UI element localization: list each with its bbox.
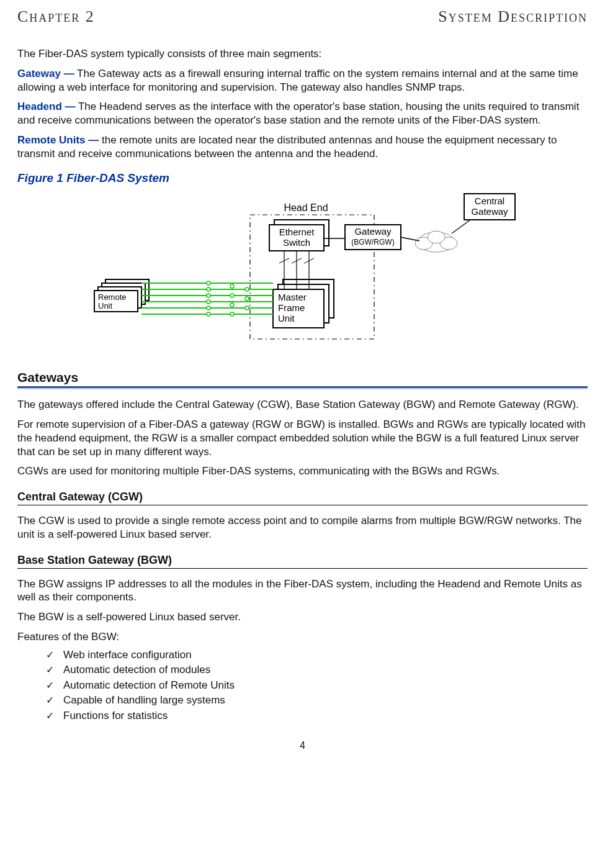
diagram-headend-label: Head End	[284, 202, 328, 213]
bgw-feature-item: Automatic detection of modules	[46, 662, 588, 678]
svg-point-33	[207, 294, 210, 297]
bgw-p2: The BGW is a self-powered Linux based se…	[17, 610, 588, 624]
segment-remote: Remote Units — the remote units are loca…	[17, 133, 588, 161]
segment-headend: Headend — The Headend serves as the inte…	[17, 100, 588, 127]
segment-gateway: Gateway — The Gateway acts as a firewall…	[17, 67, 588, 94]
bgw-feature-list: Web interface configuration Automatic de…	[46, 648, 588, 724]
svg-point-35	[207, 306, 210, 310]
cgw-para: The CGW is used to provide a single remo…	[17, 514, 588, 541]
svg-point-40	[230, 312, 234, 316]
diagram-gateway-2: (BGW/RGW)	[351, 238, 394, 246]
gateways-heading: Gateways	[17, 370, 588, 385]
diagram-remote-2: Unit	[98, 301, 113, 310]
gateways-p1: The gateways offered include the Central…	[17, 398, 588, 412]
diagram-ethernet-2: Switch	[282, 237, 310, 248]
bgw-heading: Base Station Gateway (BGW)	[17, 554, 588, 567]
svg-point-32	[207, 287, 210, 291]
gateways-rule	[17, 386, 588, 388]
svg-point-36	[207, 312, 210, 316]
diagram-central-2: Gateway	[471, 206, 508, 217]
diagram-gateway-1: Gateway	[354, 226, 392, 237]
remote-label: Remote Units —	[17, 134, 99, 146]
bgw-rule	[17, 568, 588, 569]
headend-label: Headend —	[17, 101, 76, 112]
bgw-feature-item: Web interface configuration	[46, 648, 588, 663]
page-number: 4	[17, 740, 588, 751]
cgw-rule	[17, 505, 588, 505]
remote-text: the remote units are located near the di…	[17, 134, 557, 160]
bgw-p1: The BGW assigns IP addresses to all the …	[17, 577, 588, 605]
running-header: Chapter 2 System Description	[17, 7, 588, 26]
gateways-p2: For remote supervision of a Fiber-DAS a …	[17, 418, 588, 458]
intro-text: The Fiber-DAS system typically consists …	[17, 47, 588, 61]
header-right: System Description	[438, 7, 588, 26]
diagram-mfu-1: Master	[278, 292, 307, 302]
header-left: Chapter 2	[17, 7, 95, 26]
svg-point-42	[245, 297, 249, 301]
cgw-heading: Central Gateway (CGW)	[17, 491, 588, 504]
gateway-text: The Gateway acts as a firewall ensuring …	[17, 68, 578, 93]
gateway-label: Gateway —	[17, 68, 74, 79]
svg-point-39	[230, 303, 234, 307]
figure-diagram: Head End Ethernet Switch Gateway (BGW/RG…	[61, 190, 545, 351]
headend-text: The Headend serves as the interface with…	[17, 101, 579, 126]
bgw-feature-item: Functions for statistics	[46, 708, 588, 724]
svg-point-34	[207, 300, 210, 304]
svg-point-31	[207, 281, 210, 285]
bgw-feature-item: Automatic detection of Remote Units	[46, 678, 588, 694]
svg-line-11	[452, 220, 470, 233]
diagram-mfu-3: Unit	[278, 313, 295, 323]
bgw-feature-item: Capable of handling large systems	[46, 693, 588, 708]
svg-point-7	[428, 231, 445, 243]
svg-point-38	[230, 294, 234, 297]
svg-line-8	[401, 237, 419, 241]
diagram-central-1: Central	[474, 196, 504, 206]
svg-point-43	[245, 306, 249, 310]
diagram-mfu-2: Frame	[278, 302, 305, 313]
gateways-p3: CGWs are used for monitoring multiple Fi…	[17, 464, 588, 478]
diagram-ethernet-1: Ethernet	[279, 227, 315, 237]
figure-caption: Figure 1 Fiber-DAS System	[17, 171, 588, 185]
svg-point-41	[245, 287, 249, 291]
bgw-features-intro: Features of the BGW:	[17, 630, 588, 644]
diagram-remote-1: Remote	[98, 292, 127, 302]
svg-point-37	[230, 284, 234, 288]
